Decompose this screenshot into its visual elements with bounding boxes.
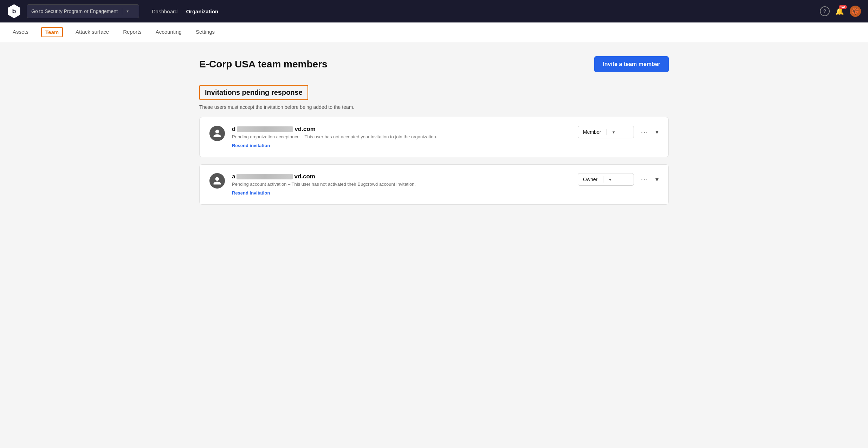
- page-title: E-Corp USA team members: [199, 59, 328, 70]
- chevron-down-icon: ▾: [127, 9, 129, 14]
- invitation-card-1: dvd.com Pending organization acceptance …: [199, 117, 669, 157]
- email-prefix-1: d: [232, 126, 235, 133]
- role-dropdown-2[interactable]: Owner ▾: [578, 173, 634, 186]
- user-email-1: dvd.com: [232, 126, 571, 133]
- email-suffix-1: vd.com: [294, 126, 316, 133]
- search-bar[interactable]: Go to Security Program or Engagement ▾: [27, 4, 139, 18]
- more-options-button-1[interactable]: ···: [638, 127, 651, 137]
- email-suffix-2: vd.com: [294, 173, 315, 180]
- nav-links: Dashboard Organization: [152, 8, 218, 14]
- divider: [122, 8, 122, 15]
- resend-link-1[interactable]: Resend invitation: [232, 143, 270, 148]
- user-avatar-1: [209, 126, 225, 141]
- user-info-2: avd.com Pending account activation – Thi…: [232, 173, 571, 196]
- avatar[interactable]: 🏀: [850, 6, 861, 17]
- tab-attack-surface[interactable]: Attack surface: [74, 22, 110, 42]
- notification-badge: 141: [839, 5, 847, 9]
- invite-team-member-button[interactable]: Invite a team member: [594, 56, 669, 72]
- resend-link-2[interactable]: Resend invitation: [232, 190, 270, 196]
- tab-team[interactable]: Team: [41, 27, 63, 37]
- card-actions-2: Owner ▾ ··· ▾: [578, 173, 659, 186]
- expand-button-1[interactable]: ▾: [655, 128, 659, 136]
- role-dropdown-1[interactable]: Member ▾: [578, 126, 634, 138]
- role-label-2: Owner: [583, 177, 597, 182]
- tab-reports[interactable]: Reports: [122, 22, 143, 42]
- top-navbar: b Go to Security Program or Engagement ▾…: [0, 0, 868, 22]
- search-text: Go to Security Program or Engagement: [31, 8, 118, 14]
- main-content: E-Corp USA team members Invite a team me…: [188, 42, 680, 226]
- page-header: E-Corp USA team members Invite a team me…: [199, 56, 669, 72]
- notification-wrapper: 🔔 141: [835, 7, 844, 15]
- sub-navbar: Assets Team Attack surface Reports Accou…: [0, 22, 868, 42]
- user-status-1: Pending organization acceptance – This u…: [232, 134, 571, 139]
- nav-right: ? 🔔 141 🏀: [820, 6, 861, 17]
- nav-dashboard[interactable]: Dashboard: [152, 8, 177, 14]
- role-divider-1: [607, 129, 607, 135]
- email-blur-2: [237, 174, 293, 179]
- invitations-heading-box: Invitations pending response: [199, 85, 308, 100]
- more-options-button-2[interactable]: ···: [638, 174, 651, 185]
- user-avatar-2: [209, 173, 225, 189]
- nav-organization[interactable]: Organization: [186, 8, 218, 14]
- card-actions-1: Member ▾ ··· ▾: [578, 126, 659, 138]
- invitations-heading: Invitations pending response: [205, 88, 303, 96]
- user-status-2: Pending account activation – This user h…: [232, 182, 571, 187]
- email-blur-1: [237, 126, 293, 132]
- chevron-down-icon-1: ▾: [613, 130, 615, 135]
- invitation-card-2: avd.com Pending account activation – Thi…: [199, 164, 669, 205]
- email-prefix-2: a: [232, 173, 235, 180]
- logo[interactable]: b: [7, 4, 21, 18]
- tab-accounting[interactable]: Accounting: [154, 22, 183, 42]
- user-email-2: avd.com: [232, 173, 571, 180]
- chevron-down-icon-2: ▾: [609, 177, 611, 182]
- expand-button-2[interactable]: ▾: [655, 176, 659, 183]
- role-label-1: Member: [583, 129, 601, 135]
- user-info-1: dvd.com Pending organization acceptance …: [232, 126, 571, 149]
- tab-settings[interactable]: Settings: [194, 22, 216, 42]
- section-description: These users must accept the invitation b…: [199, 104, 669, 110]
- tab-assets[interactable]: Assets: [11, 22, 30, 42]
- role-divider-2: [603, 176, 603, 183]
- help-icon[interactable]: ?: [820, 6, 830, 16]
